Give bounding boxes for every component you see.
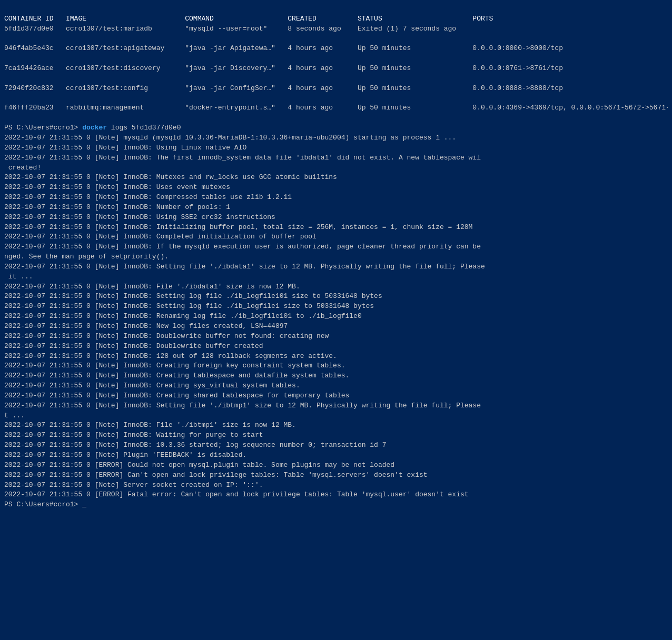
terminal-line: 2022-10-07 21:31:55 0 [Note] InnoDB: Set… [4,401,668,411]
terminal-line: nged. See the man page of setpriority(). [4,252,668,262]
terminal-line: 2022-10-07 21:31:55 0 [Note] InnoDB: Fil… [4,421,668,431]
terminal-line: 2022-10-07 21:31:55 0 [Note] mysqld (mys… [4,133,668,143]
terminal-line: CONTAINER ID IMAGE COMMAND CREATED STATU… [4,14,668,24]
terminal-line: 2022-10-07 21:31:55 0 [Note] InnoDB: Com… [4,193,668,203]
terminal-line: created! [4,163,668,173]
terminal-line: 5fd1d377d0e0 ccro1307/test:mariadb "mysq… [4,24,668,34]
terminal-line: overy-service [4,74,668,84]
terminal-line: 2022-10-07 21:31:55 0 [ERROR] Can't open… [4,471,668,481]
terminal-line: 2022-10-07 21:31:55 0 [Note] InnoDB: Set… [4,302,668,312]
terminal-line: it ... [4,272,668,282]
terminal-line: 2022-10-07 21:31:55 0 [Note] InnoDB: New… [4,322,668,332]
terminal-content: CONTAINER ID IMAGE COMMAND CREATED STATU… [4,14,668,510]
terminal-line: 2022-10-07 21:31:55 0 [Note] InnoDB: 128… [4,352,668,362]
terminal-line: PS C:\Users#ccro1> _ [4,500,668,510]
terminal-line: PS C:\Users#ccro1> docker logs 5fd1d377d… [4,123,668,133]
terminal-line: 2022-10-07 21:31:55 0 [Note] InnoDB: Num… [4,203,668,213]
terminal-line: 2022-10-07 21:31:55 0 [Note] InnoDB: If … [4,242,668,252]
terminal-line: 2022-10-07 21:31:55 0 [ERROR] Fatal erro… [4,490,668,500]
terminal-line: 2022-10-07 21:31:55 0 [Note] InnoDB: Set… [4,292,668,302]
terminal-line: 2022-10-07 21:31:55 0 [Note] InnoDB: Cre… [4,391,668,401]
terminal-output: CONTAINER ID IMAGE COMMAND CREATED STATU… [4,4,668,520]
terminal-line: 2022-10-07 21:31:55 0 [Note] InnoDB: Cre… [4,361,668,371]
terminal-line: 2022-10-07 21:31:55 0 [Note] InnoDB: Set… [4,262,668,272]
terminal-line: ig-service [4,94,668,104]
terminal-line: 2022-10-07 21:31:55 0 [Note] Plugin 'FEE… [4,451,668,461]
terminal-line: 2022-10-07 21:31:55 0 [Note] InnoDB: Usi… [4,213,668,223]
terminal-line: 2022-10-07 21:31:55 0 [Note] InnoDB: Mut… [4,173,668,183]
terminal-line: 2022-10-07 21:31:55 0 [Note] InnoDB: The… [4,153,668,163]
terminal-line: 2022-10-07 21:31:55 0 [Note] InnoDB: Cre… [4,371,668,381]
terminal-line: ateway-service [4,54,668,64]
terminal-line: 2022-10-07 21:31:55 0 [Note] InnoDB: Usi… [4,143,668,153]
terminal-line: db [4,34,668,44]
terminal-line: 7ca194426ace ccro1307/test:discovery "ja… [4,64,668,74]
terminal-line: 2022-10-07 21:31:55 0 [ERROR] Could not … [4,461,668,471]
terminal-line: 2022-10-07 21:31:55 0 [Note] InnoDB: Use… [4,183,668,193]
terminal-line: f46fff20ba23 rabbitmq:management "docker… [4,103,668,113]
terminal-line: t ... [4,411,668,421]
terminal-line: 946f4ab5e43c ccro1307/test:apigateway "j… [4,44,668,54]
terminal-line: 2022-10-07 21:31:55 0 [Note] InnoDB: Ini… [4,223,668,233]
terminal-line: 2022-10-07 21:31:55 0 [Note] InnoDB: Dou… [4,342,668,352]
terminal-line: 2022-10-07 21:31:55 0 [Note] InnoDB: Ren… [4,312,668,322]
terminal-line: 2022-10-07 21:31:55 0 [Note] InnoDB: Com… [4,232,668,242]
terminal-line: 2022-10-07 21:31:55 0 [Note] InnoDB: Dou… [4,332,668,342]
terminal-line: 2022-10-07 21:31:55 0 [Note] Server sock… [4,481,668,491]
terminal-line: 2022-10-07 21:31:55 0 [Note] InnoDB: 10.… [4,441,668,451]
terminal-line: itmq [4,113,668,123]
terminal-line: 2022-10-07 21:31:55 0 [Note] InnoDB: Wai… [4,431,668,441]
terminal-line: 72940f20c832 ccro1307/test:config "java … [4,84,668,94]
terminal-line: 2022-10-07 21:31:55 0 [Note] InnoDB: Fil… [4,282,668,292]
terminal-line: 2022-10-07 21:31:55 0 [Note] InnoDB: Cre… [4,381,668,391]
